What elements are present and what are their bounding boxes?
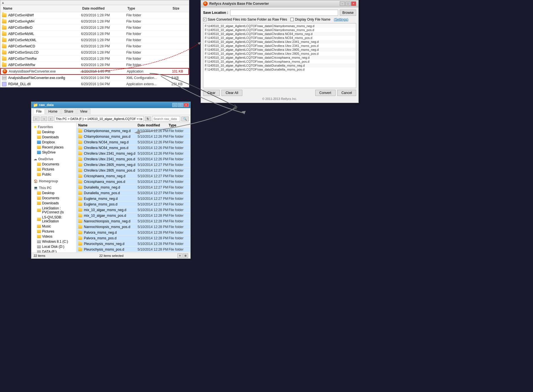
col-header-date[interactable]: Date modified bbox=[81, 6, 126, 11]
bottom-file-row[interactable]: Euglena_msms_pos.d 5/10/2014 12:27 PM Fi… bbox=[77, 202, 190, 207]
converter-file-item[interactable]: F:\140510_10_algae_AgilentLCQTOF\raw_dat… bbox=[204, 67, 355, 71]
converter-file-item[interactable]: F:\140510_10_algae_AgilentLCQTOF\raw_dat… bbox=[204, 24, 355, 28]
sidebar-item-skydrive[interactable]: SkyDrive bbox=[32, 150, 75, 155]
bottom-file-row[interactable]: Cricosphaera_msms_neg.d 5/10/2014 12:27 … bbox=[77, 173, 190, 179]
converter-file-item[interactable]: F:\140510_10_algae_AgilentLCQTOF\raw_dat… bbox=[204, 63, 355, 67]
converter-file-item[interactable]: F:\140510_10_algae_AgilentLCQTOF\raw_dat… bbox=[204, 44, 355, 48]
sidebar-item-downloads[interactable]: Downloads bbox=[32, 135, 75, 140]
back-button[interactable]: ← bbox=[33, 117, 40, 121]
bottom-file-row[interactable]: Chlamydomonas_msms_neg.d 5/10/2014 12:26… bbox=[77, 128, 190, 134]
bottom-file-row[interactable]: Pleurochysis_msms_neg.d 5/10/2014 12:28 … bbox=[77, 241, 190, 247]
sidebar-item-pc[interactable]: Windows 8.1 (C:) bbox=[32, 239, 75, 244]
favorites-header[interactable]: ★ Favorites bbox=[32, 124, 75, 130]
refresh-button[interactable]: ↻ bbox=[145, 117, 151, 121]
sidebar-item-od-pictures[interactable]: Pictures bbox=[32, 167, 75, 172]
sidebar-item-pc[interactable]: LinkStation : PVConnect (ls bbox=[32, 206, 75, 215]
bottom-file-row[interactable]: Chrollera Utex 2341_msms_neg.d 5/10/2014… bbox=[77, 151, 190, 156]
sidebar-item-pc[interactable]: DATA (F:) bbox=[32, 249, 75, 253]
sidebar-item-desktop[interactable]: Desktop bbox=[32, 130, 75, 135]
fp-col-type[interactable]: Type bbox=[169, 123, 190, 127]
save-converted-checkbox[interactable] bbox=[203, 18, 206, 21]
bottom-close-button[interactable]: ✕ bbox=[184, 103, 189, 107]
clear-all-button[interactable]: Clear All bbox=[221, 90, 243, 96]
sidebar-item-pc[interactable]: Desktop bbox=[32, 190, 75, 196]
sidebar-item-od-public[interactable]: Public bbox=[32, 172, 75, 177]
top-file-row[interactable]: ABFCvtSvrMzML 6/20/2016 1:28 PM File fol… bbox=[0, 31, 189, 37]
bottom-file-row[interactable]: Cricosphaera_msms_pos.d 5/10/2014 12:27 … bbox=[77, 179, 190, 185]
close-button[interactable]: ✕ bbox=[351, 1, 356, 6]
settings-link[interactable]: (Settings) bbox=[334, 17, 348, 21]
sidebar-item-pc[interactable]: Music bbox=[32, 224, 75, 229]
top-file-row[interactable]: ABFCvtSvrMzXML 6/20/2016 1:28 PM File fo… bbox=[0, 37, 189, 43]
browse-button[interactable]: Browse bbox=[340, 10, 356, 16]
convert-button[interactable]: Convert bbox=[315, 90, 336, 96]
sidebar-item-recent[interactable]: Recent places bbox=[32, 145, 75, 150]
top-file-row[interactable]: ABFCvtSvrAgMH 6/20/2016 1:28 PM File fol… bbox=[0, 18, 189, 25]
search-input[interactable] bbox=[152, 116, 180, 122]
bottom-file-row[interactable]: Nannochloropsis_msms_neg.d 5/10/2014 12:… bbox=[77, 218, 190, 224]
tiles-view-button[interactable]: ⊞ bbox=[183, 253, 188, 258]
sidebar-item-pc[interactable]: Local Disk (D:) bbox=[32, 244, 75, 249]
bottom-file-row[interactable]: Palvora_msms_neg.d 5/10/2014 12:28 PM Fi… bbox=[77, 230, 190, 235]
top-file-row[interactable]: ABFCvtSvrThmRw 6/20/2016 1:28 PM File fo… bbox=[0, 56, 189, 62]
ribbon-tab-view[interactable]: View bbox=[77, 109, 90, 114]
bottom-file-row[interactable]: Chrollera Utex 2805_msms_neg.d 5/10/2014… bbox=[77, 162, 190, 168]
address-input[interactable] bbox=[55, 116, 144, 122]
sidebar-item-od-docs[interactable]: Documents bbox=[32, 162, 75, 167]
sidebar-item-pc[interactable]: LS-QVLSDB: LinkStation bbox=[32, 215, 75, 224]
top-file-row[interactable]: AnalysisBaseFileConverter.exe 6/20/2016 … bbox=[0, 68, 189, 75]
top-file-row[interactable]: ABFCvtSvrSmzLCD 6/20/2016 1:28 PM File f… bbox=[0, 49, 189, 56]
display-filename-checkbox-label[interactable]: Display Only File Name bbox=[290, 17, 330, 21]
converter-file-item[interactable]: F:\140510_10_algae_AgilentLCQTOF\raw_dat… bbox=[204, 56, 355, 60]
bottom-file-row[interactable]: mix_10_algae_msms_neg.d 5/10/2014 12:28 … bbox=[77, 207, 190, 213]
ribbon-tab-file[interactable]: File bbox=[33, 109, 45, 114]
fp-col-name[interactable]: Name bbox=[78, 123, 138, 127]
display-filename-checkbox[interactable] bbox=[290, 18, 294, 21]
col-header-type[interactable]: Type bbox=[126, 6, 171, 11]
ribbon-tab-share[interactable]: Share bbox=[61, 109, 76, 114]
top-file-row[interactable]: ABFCvtSvrNetCD 6/20/2016 1:28 PM File fo… bbox=[0, 43, 189, 49]
converter-file-item[interactable]: F:\140510_10_algae_AgilentLCQTOF\raw_dat… bbox=[204, 28, 355, 32]
restore-button[interactable]: □ bbox=[345, 1, 351, 6]
fp-col-date[interactable]: Date modified bbox=[138, 123, 169, 127]
sidebar-item-pc[interactable]: Videos bbox=[32, 234, 75, 239]
bottom-file-row[interactable]: Euglena_msms_neg.d 5/10/2014 12:27 PM Fi… bbox=[77, 196, 190, 202]
search-button[interactable]: 🔍 bbox=[181, 117, 189, 121]
converter-file-item[interactable]: F:\140510_10_algae_AgilentLCQTOF\raw_dat… bbox=[204, 32, 355, 36]
bottom-restore-button[interactable]: □ bbox=[178, 103, 183, 107]
bottom-file-row[interactable]: Chrollera NC64_msms_pos.d 5/10/2014 12:2… bbox=[77, 145, 190, 151]
up-button[interactable]: ↑ bbox=[48, 117, 53, 121]
bottom-file-row[interactable]: Pleurochysis_msms_pos.d 5/10/2014 12:28 … bbox=[77, 247, 190, 252]
converter-file-item[interactable]: F:\140510_10_algae_AgilentLCQTOF\raw_dat… bbox=[204, 52, 355, 56]
save-location-input[interactable] bbox=[230, 10, 338, 16]
sidebar-item-pc[interactable]: Downloads bbox=[32, 201, 75, 206]
sidebar-item-pc[interactable]: Documents bbox=[32, 196, 75, 201]
col-header-size[interactable]: Size bbox=[171, 6, 194, 11]
converter-file-item[interactable]: F:\140510_10_algae_AgilentLCQTOF\raw_dat… bbox=[204, 48, 355, 52]
clear-button[interactable]: Clear bbox=[203, 90, 220, 96]
save-converted-checkbox-label[interactable]: Save Converted Files into Same Folder as… bbox=[203, 17, 287, 21]
homegroup-header[interactable]: 🏠 Homegroup bbox=[32, 178, 75, 184]
bottom-file-row[interactable]: Chrollera Utex 2341_msms_pos.d 5/10/2014… bbox=[77, 156, 190, 162]
forward-button[interactable]: → bbox=[41, 117, 47, 121]
sidebar-item-pc[interactable]: Pictures bbox=[32, 229, 75, 234]
bottom-file-row[interactable]: Chrollera Utex 2805_msms_pos.d 5/10/2014… bbox=[77, 168, 190, 173]
col-header-name[interactable]: Name bbox=[2, 6, 81, 11]
converter-file-item[interactable]: F:\140510_10_algae_AgilentLCQTOF\raw_dat… bbox=[204, 60, 355, 63]
sidebar-item-dropbox[interactable]: Dropbox bbox=[32, 140, 75, 145]
minimize-button[interactable]: – bbox=[340, 1, 345, 6]
bottom-file-row[interactable]: Nannochloropsis_msms_pos.d 5/10/2014 12:… bbox=[77, 224, 190, 230]
converter-file-item[interactable]: F:\140510_10_algae_AgilentLCQTOF\raw_dat… bbox=[204, 36, 355, 40]
bottom-file-row[interactable]: Chrollera NC64_msms_neg.d 5/10/2014 12:2… bbox=[77, 139, 190, 145]
bottom-file-row[interactable]: Palvora_msms_pos.d 5/10/2014 12:28 PM Fi… bbox=[77, 235, 190, 241]
converter-file-item[interactable]: F:\140510_10_algae_AgilentLCQTOF\raw_dat… bbox=[204, 40, 355, 44]
top-file-row[interactable]: ABFCvtSvrABWf 6/20/2016 1:28 PM File fol… bbox=[0, 12, 189, 18]
bottom-file-row[interactable]: Chlamydomonas_msms_pos.d 5/10/2014 12:26… bbox=[77, 134, 190, 139]
top-file-row[interactable]: ABFCvtSvrWtrRw 6/20/2016 1:28 PM File fo… bbox=[0, 62, 189, 68]
top-file-row[interactable]: RDAM_DLL.dll 6/20/2016 1:04 PM Applicati… bbox=[0, 81, 189, 87]
onedrive-header[interactable]: ☁ OneDrive bbox=[32, 156, 75, 162]
top-file-row[interactable]: ABFCvtSvrBkrD 6/20/2016 1:28 PM File fol… bbox=[0, 25, 189, 31]
bottom-file-row[interactable]: Dunaliella_msms_pos.d 5/10/2014 12:27 PM… bbox=[77, 190, 190, 196]
details-view-button[interactable]: ≡ bbox=[177, 253, 182, 258]
bottom-file-row[interactable]: mix_10_algae_msms_pos.d 5/10/2014 12:28 … bbox=[77, 213, 190, 218]
